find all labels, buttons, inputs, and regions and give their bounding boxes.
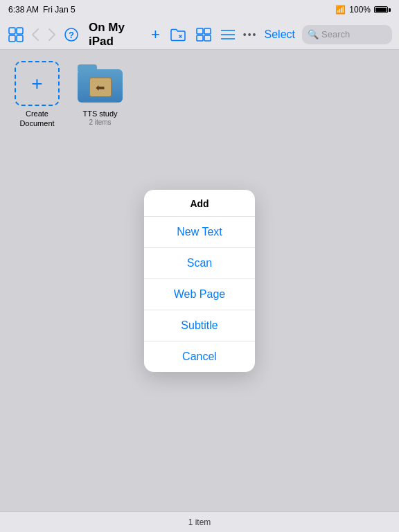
add-menu-web-page[interactable]: Web Page — [144, 279, 255, 310]
more-options-icon[interactable]: ••• — [243, 29, 258, 40]
bottom-bar: 1 item — [0, 511, 399, 532]
svg-rect-3 — [17, 35, 23, 42]
add-menu-new-text[interactable]: New Text — [144, 217, 255, 248]
toolbar-title: On My iPad — [89, 21, 144, 48]
list-icon[interactable] — [220, 28, 236, 42]
status-left: 6:38 AM Fri Jan 5 — [8, 5, 76, 15]
status-right: 📶 100% — [335, 5, 391, 15]
svg-text:?: ? — [69, 30, 74, 40]
toolbar: ? On My iPad + — [0, 19, 399, 50]
select-button[interactable]: Select — [265, 28, 295, 41]
forward-button[interactable] — [46, 26, 58, 44]
svg-rect-2 — [9, 35, 15, 42]
add-menu-cancel[interactable]: Cancel — [144, 342, 255, 372]
add-menu-header: Add — [144, 190, 255, 217]
search-icon: 🔍 — [308, 29, 319, 39]
add-button[interactable]: + — [150, 26, 161, 44]
folder-button[interactable] — [168, 26, 188, 43]
date-display: Fri Jan 5 — [43, 5, 76, 15]
view-toggle-button[interactable] — [195, 26, 213, 43]
add-menu: Add New Text Scan Web Page Subtitle Canc… — [144, 190, 255, 372]
back-button[interactable] — [29, 26, 42, 44]
time-display: 6:38 AM — [8, 5, 39, 15]
help-button[interactable]: ? — [62, 26, 80, 44]
modal-overlay: Add New Text Scan Web Page Subtitle Canc… — [0, 50, 399, 511]
svg-rect-6 — [197, 28, 203, 34]
svg-rect-9 — [204, 35, 211, 41]
battery-icon — [374, 6, 391, 13]
svg-rect-1 — [17, 28, 23, 34]
search-box[interactable]: 🔍 Search — [302, 25, 392, 44]
svg-rect-0 — [9, 28, 15, 34]
svg-rect-7 — [204, 28, 211, 34]
search-input[interactable]: Search — [321, 29, 350, 39]
battery-percent: 100% — [349, 5, 371, 15]
wifi-icon: 📶 — [335, 5, 346, 15]
toolbar-left: ? On My iPad — [7, 21, 144, 48]
add-menu-scan[interactable]: Scan — [144, 248, 255, 279]
svg-rect-8 — [197, 35, 203, 41]
toolbar-right: + ••• Select — [150, 25, 392, 44]
status-bar: 6:38 AM Fri Jan 5 📶 100% — [0, 0, 399, 19]
grid-icon[interactable] — [7, 26, 25, 44]
add-menu-subtitle[interactable]: Subtitle — [144, 310, 255, 342]
item-count: 1 item — [188, 517, 211, 527]
